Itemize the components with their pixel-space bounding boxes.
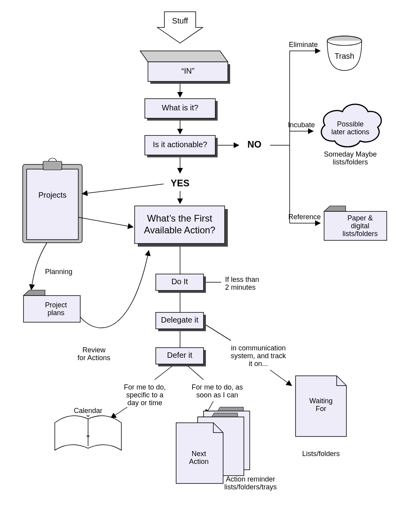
- label-reminder-l1: Action reminder: [226, 475, 275, 483]
- label-waiting-l1: Waiting: [309, 397, 332, 405]
- label-reference: Reference: [288, 213, 321, 221]
- label-trash: Trash: [335, 52, 354, 60]
- label-forme-day-l1: For me to do,: [124, 383, 166, 391]
- node-calendar: Calendar: [55, 407, 121, 450]
- node-next-action: Next Action: [176, 407, 250, 483]
- label-comm-l1: in communication: [231, 344, 286, 352]
- node-do-it: Do It: [156, 274, 206, 293]
- label-yes: YES: [171, 178, 189, 188]
- label-comm-l3: it on...: [249, 360, 268, 368]
- arrow-comm-waiting: [270, 370, 292, 386]
- arrow-projects-first: [78, 217, 133, 227]
- label-less2-l1: If less than: [225, 276, 259, 283]
- node-project-plans: Project plans: [23, 290, 80, 322]
- arrow-to-calendar: [111, 407, 127, 418]
- node-reference-folder: Paper & digital lists/folders: [324, 206, 387, 240]
- label-planning: Planning: [45, 268, 72, 276]
- node-in: “IN”: [140, 51, 230, 84]
- svg-rect-11: [27, 169, 78, 240]
- label-forme-day-l3: day or time: [127, 399, 162, 407]
- label-possible-l1: Possible: [337, 120, 364, 128]
- node-defer: Defer it: [156, 348, 206, 366]
- label-forme-asap-l2: soon as I can: [196, 391, 238, 399]
- arrow-review: [80, 251, 149, 328]
- label-someday-l2: lists/folders: [333, 158, 368, 166]
- label-delegate: Delegate it: [161, 316, 198, 324]
- line-defer-right: [188, 366, 204, 380]
- label-someday-l1: Someday Maybe: [324, 150, 377, 158]
- label-next-l1: Next: [191, 450, 206, 458]
- label-plans-l1: Project: [45, 301, 67, 309]
- label-first-l2: Available Action?: [144, 225, 215, 235]
- label-no: NO: [247, 139, 261, 150]
- node-actionable: Is it actionable?: [145, 135, 218, 157]
- node-projects: Projects: [23, 158, 82, 243]
- label-stuff: Stuff: [172, 16, 188, 25]
- node-first-action: What’s the First Available Action?: [135, 206, 228, 247]
- label-incubate: Incubate: [288, 121, 315, 129]
- label-lists-folders: Lists/folders: [302, 450, 340, 458]
- label-waiting-l2: For: [316, 405, 326, 413]
- label-projects: Projects: [38, 191, 67, 199]
- label-paper-l3: lists/folders: [342, 230, 378, 238]
- label-forme-asap-l1: For me to do, as: [191, 383, 243, 391]
- label-less2-l2: 2 minutes: [225, 283, 256, 291]
- gtd-flowchart: Stuff “IN” What is it? Is it actionable?…: [0, 0, 420, 505]
- arrow-yes-projects: [82, 184, 164, 194]
- line-delegate-comm: [206, 325, 231, 341]
- label-what-is-it: What is it?: [162, 103, 198, 112]
- node-trash: Trash: [327, 36, 362, 70]
- node-waiting-for: Waiting For: [296, 376, 346, 436]
- label-possible-l2: later actions: [331, 128, 369, 136]
- label-reminder-l2: lists/folders/trays: [224, 483, 277, 491]
- label-review-l2: for Actions: [78, 354, 110, 362]
- label-comm-l2: system, and track: [231, 352, 286, 360]
- label-forme-day-l2: specific to a: [126, 391, 164, 399]
- svg-rect-12: [43, 161, 62, 170]
- label-in: “IN”: [181, 67, 194, 75]
- svg-marker-0: [140, 51, 228, 62]
- label-paper-l1: Paper &: [347, 214, 373, 222]
- label-plans-l2: plans: [47, 309, 64, 317]
- label-do-it: Do It: [171, 277, 188, 286]
- label-defer: Defer it: [167, 351, 193, 359]
- label-eliminate: Eliminate: [289, 41, 318, 49]
- node-delegate: Delegate it: [156, 312, 206, 331]
- label-review-l1: Review: [82, 346, 106, 354]
- node-stuff: Stuff: [157, 12, 203, 43]
- arrow-projects-plans: [31, 243, 47, 290]
- label-paper-l2: digital: [351, 222, 369, 230]
- node-what-is-it: What is it?: [145, 99, 218, 121]
- label-actionable: Is it actionable?: [153, 140, 207, 149]
- line-defer-left: [155, 366, 172, 380]
- label-next-l2: Action: [189, 458, 209, 465]
- label-calendar: Calendar: [74, 407, 102, 415]
- node-possible-later: Possible later actions: [321, 104, 381, 147]
- label-first-l1: What’s the First: [147, 213, 213, 224]
